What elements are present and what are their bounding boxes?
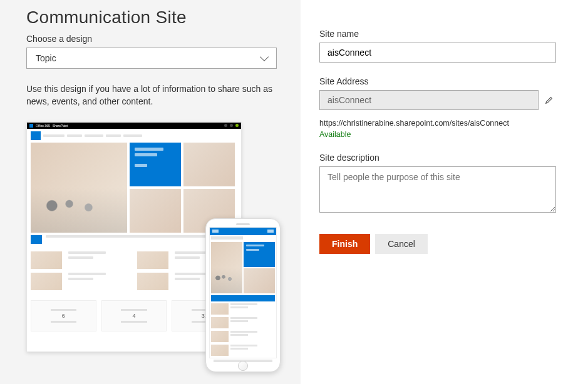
page-title: Communication Site bbox=[26, 8, 301, 28]
chevron-down-icon bbox=[260, 53, 269, 61]
hero-image bbox=[31, 143, 127, 233]
app-label: SharePoint bbox=[53, 124, 68, 128]
waffle-icon bbox=[29, 124, 33, 128]
hero-image bbox=[183, 143, 235, 186]
event-card: 6 bbox=[31, 300, 96, 331]
site-address-input[interactable] bbox=[319, 90, 539, 110]
design-selected: Topic bbox=[36, 53, 56, 63]
design-label: Choose a design bbox=[26, 34, 301, 44]
site-address-label: Site Address bbox=[319, 76, 569, 86]
site-name-input[interactable] bbox=[319, 43, 556, 63]
design-description: Use this design if you have a lot of inf… bbox=[26, 83, 277, 108]
phone-preview bbox=[205, 218, 281, 372]
news-thumb bbox=[31, 251, 62, 269]
hero-image bbox=[130, 189, 181, 233]
edit-icon[interactable] bbox=[545, 96, 554, 104]
news-thumb bbox=[137, 251, 168, 269]
help-icon bbox=[230, 124, 233, 127]
hero-image bbox=[244, 268, 275, 293]
news-thumb bbox=[137, 273, 168, 290]
full-url: https://christinerabine.sharepoint.com/s… bbox=[319, 119, 569, 128]
hero-image bbox=[211, 242, 242, 293]
finish-button[interactable]: Finish bbox=[319, 234, 370, 254]
left-pane: Communication Site Choose a design Topic… bbox=[0, 0, 301, 384]
design-preview: Office 365 SharePoint bbox=[26, 122, 277, 372]
phone-home-icon bbox=[238, 361, 248, 371]
cancel-button[interactable]: Cancel bbox=[375, 234, 428, 254]
news-thumb bbox=[31, 273, 62, 290]
site-description-input[interactable] bbox=[319, 166, 556, 213]
band-icon bbox=[31, 235, 42, 244]
site-description-label: Site description bbox=[319, 153, 569, 163]
suite-label: Office 365 bbox=[36, 124, 50, 128]
availability-status: Available bbox=[319, 130, 569, 139]
hero-tile bbox=[130, 143, 181, 186]
event-card: 4 bbox=[101, 300, 167, 331]
site-name-label: Site name bbox=[319, 29, 569, 39]
right-pane: Site name Site Address https://christine… bbox=[301, 0, 588, 384]
site-logo-icon bbox=[31, 131, 41, 140]
design-select[interactable]: Topic bbox=[26, 48, 277, 69]
gear-icon bbox=[224, 124, 227, 127]
avatar bbox=[235, 124, 239, 127]
